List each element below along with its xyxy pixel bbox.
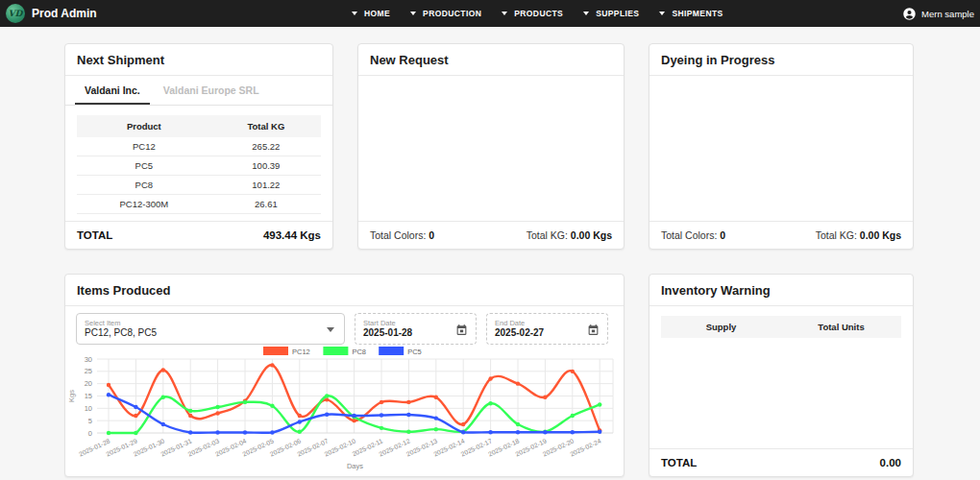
field-label: Start Date <box>363 319 468 327</box>
svg-text:10: 10 <box>85 404 92 413</box>
brand[interactable]: VD Prod Admin <box>6 4 97 23</box>
column-header-product: Product <box>77 115 211 137</box>
chevron-down-icon <box>583 12 589 15</box>
field-label: End Date <box>495 319 600 327</box>
total-colors: Total Colors: 0 <box>370 229 434 241</box>
card-title: Inventory Warning <box>649 275 913 306</box>
svg-text:30: 30 <box>85 355 92 364</box>
nav-item-supplies[interactable]: SUPPLIES <box>583 9 639 18</box>
nav-item-products[interactable]: PRODUCTS <box>502 9 563 18</box>
svg-text:25: 25 <box>85 367 92 375</box>
shipment-tabs: Valdani Inc. Valdani Europe SRL <box>65 76 332 106</box>
card-title: Items Produced <box>65 275 624 306</box>
svg-text:5: 5 <box>88 417 92 425</box>
calendar-icon <box>587 324 600 336</box>
shipment-table-body: PC12265.22PC5100.39PC8101.22PC12-300M26.… <box>77 137 321 214</box>
start-date-input[interactable]: Start Date 2025-01-28 <box>355 313 477 345</box>
field-value: PC12, PC8, PC5 <box>85 327 336 339</box>
nav-item-shipments[interactable]: SHIPMENTS <box>659 9 723 18</box>
shipment-total-footer: TOTAL 493.44 Kgs <box>65 221 332 249</box>
svg-text:2025-02-24: 2025-02-24 <box>569 437 602 457</box>
select-item-dropdown[interactable]: Select Item PC12, PC8, PC5 <box>76 313 345 345</box>
table-row: PC12265.22 <box>77 137 321 156</box>
table-cell: 101.22 <box>211 176 321 195</box>
svg-text:15: 15 <box>85 392 92 400</box>
chevron-down-icon <box>502 12 507 15</box>
dyeing-in-progress-card: Dyeing in Progress Total Colors: 0 Total… <box>649 43 914 250</box>
tab-valdani-inc[interactable]: Valdani Inc. <box>75 76 150 105</box>
chevron-down-icon <box>659 12 665 15</box>
inventory-table: Supply Total Units <box>661 316 901 338</box>
total-value: 0.00 <box>880 457 901 468</box>
total-label: TOTAL <box>661 457 697 468</box>
nav-item-label: SUPPLIES <box>596 9 639 18</box>
nav-item-production[interactable]: PRODUCTION <box>410 9 481 18</box>
chevron-down-icon <box>352 12 357 15</box>
chevron-down-icon <box>327 327 334 332</box>
end-date-input[interactable]: End Date 2025-02-27 <box>486 313 608 345</box>
nav-item-label: PRODUCTS <box>514 9 563 18</box>
card-title: New Request <box>358 44 624 76</box>
items-produced-card: Items Produced Select Item PC12, PC8, PC… <box>64 274 625 477</box>
dashboard-page: VD Prod Admin HOME PRODUCTION PRODUCTS S… <box>0 0 980 480</box>
svg-text:Kgs: Kgs <box>67 390 76 402</box>
field-value: 2025-02-27 <box>495 327 600 339</box>
table-row: PC12-300M26.61 <box>77 195 321 214</box>
nav-menu: HOME PRODUCTION PRODUCTS SUPPLIES SHIPME… <box>352 0 723 27</box>
top-navbar: VD Prod Admin HOME PRODUCTION PRODUCTS S… <box>0 0 980 27</box>
table-cell: PC12 <box>77 137 211 156</box>
table-row: PC8101.22 <box>77 176 321 195</box>
svg-text:PC12: PC12 <box>292 348 310 356</box>
items-produced-chart: PC12PC8PC5051015202530KgsDays2025-01-282… <box>65 344 625 476</box>
field-value: 2025-01-28 <box>363 327 468 339</box>
total-kg: Total KG: 0.00 Kgs <box>527 229 612 241</box>
column-header-total-kg: Total KG <box>211 115 321 137</box>
inventory-total-footer: TOTAL 0.00 <box>649 448 913 476</box>
account-circle-icon <box>902 7 917 21</box>
column-header-total-units: Total Units <box>781 316 901 338</box>
nav-item-label: PRODUCTION <box>423 9 481 18</box>
nav-item-label: SHIPMENTS <box>672 9 723 18</box>
svg-text:0: 0 <box>88 429 92 438</box>
card-title: Next Shipment <box>65 44 332 76</box>
shipment-table: Product Total KG PC12265.22PC5100.39PC81… <box>77 115 321 214</box>
table-cell: 265.22 <box>211 137 321 156</box>
chart-controls: Select Item PC12, PC8, PC5 Start Date 20… <box>65 306 624 344</box>
table-row: PC5100.39 <box>77 156 321 176</box>
total-kg: Total KG: 0.00 Kgs <box>816 229 901 241</box>
table-cell: PC12-300M <box>77 195 211 214</box>
chevron-down-icon <box>410 12 416 15</box>
inventory-warning-card: Inventory Warning Supply Total Units TOT… <box>649 274 914 477</box>
total-colors: Total Colors: 0 <box>661 229 725 241</box>
user-name: Mern sample <box>921 9 974 19</box>
svg-text:Days: Days <box>347 462 363 470</box>
nav-item-label: HOME <box>364 9 390 18</box>
new-request-card: New Request Total Colors: 0 Total KG: 0.… <box>357 43 625 250</box>
card-title: Dyeing in Progress <box>649 44 913 76</box>
new-request-footer: Total Colors: 0 Total KG: 0.00 Kgs <box>358 221 624 249</box>
svg-text:PC5: PC5 <box>407 348 422 356</box>
tab-valdani-europe[interactable]: Valdani Europe SRL <box>154 76 269 105</box>
dyeing-footer: Total Colors: 0 Total KG: 0.00 Kgs <box>649 221 913 249</box>
brand-name: Prod Admin <box>32 7 97 20</box>
nav-item-home[interactable]: HOME <box>352 9 390 18</box>
table-cell: 100.39 <box>211 156 321 176</box>
total-label: TOTAL <box>77 229 112 241</box>
next-shipment-card: Next Shipment Valdani Inc. Valdani Europ… <box>64 43 333 250</box>
table-cell: PC8 <box>77 176 211 195</box>
svg-text:20: 20 <box>85 379 92 388</box>
brand-logo-icon: VD <box>6 4 25 23</box>
calendar-icon <box>455 324 468 336</box>
chart-svg: PC12PC8PC5051015202530KgsDays2025-01-282… <box>65 344 625 476</box>
total-value: 493.44 Kgs <box>263 229 321 241</box>
table-cell: PC5 <box>77 156 211 176</box>
column-header-supply: Supply <box>661 316 781 338</box>
field-label: Select Item <box>85 319 336 327</box>
table-cell: 26.61 <box>211 195 321 214</box>
svg-text:PC8: PC8 <box>352 348 366 356</box>
user-menu[interactable]: Mern sample <box>902 0 974 27</box>
